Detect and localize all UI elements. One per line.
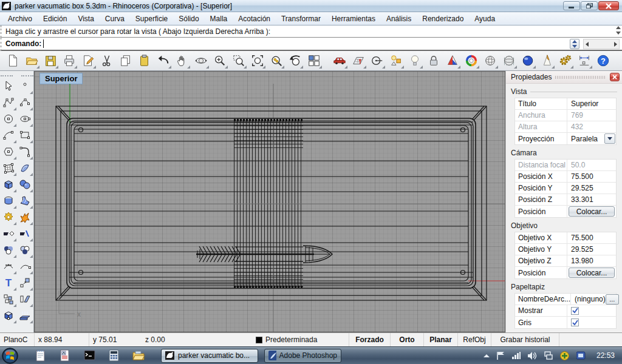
viewport-layout-icon[interactable] — [306, 53, 322, 69]
proyeccion-value[interactable]: Paralela — [567, 135, 604, 143]
surface-icon[interactable] — [16, 160, 33, 176]
ghosted-display-icon[interactable] — [501, 53, 517, 69]
boolean-difference-icon[interactable] — [16, 241, 33, 258]
viewport-superior[interactable]: Superior — [34, 71, 505, 332]
undo-view-icon[interactable] — [287, 53, 303, 69]
drag-handle[interactable] — [555, 76, 606, 79]
menu-herramientas[interactable]: Herramientas — [326, 13, 381, 24]
light-icon[interactable] — [407, 53, 423, 69]
zoom-extents-icon[interactable] — [250, 53, 265, 69]
panel-header[interactable]: Propiedades — [506, 71, 622, 84]
render-icon[interactable] — [445, 53, 460, 69]
calculator-icon[interactable] — [109, 349, 119, 362]
browse-file-button[interactable]: ... — [606, 294, 619, 305]
colocar-objetivo-button[interactable]: Colocar... — [569, 268, 615, 278]
color-wheel-icon[interactable] — [463, 53, 479, 69]
task-photoshop[interactable]: Adobe Photoshop — [264, 349, 341, 363]
titulo-value[interactable]: Superior — [567, 99, 616, 108]
task-rhino[interactable]: parker vacumatic bo... — [161, 349, 258, 363]
scroll-right-icon[interactable] — [614, 42, 617, 47]
car-icon[interactable] — [332, 53, 347, 69]
polygon-icon[interactable] — [0, 143, 16, 160]
sweep-icon[interactable] — [16, 192, 33, 209]
boolean-union-icon[interactable] — [0, 241, 16, 258]
wordpad-icon[interactable] — [60, 349, 70, 362]
zoom-icon[interactable] — [212, 53, 228, 69]
explode-icon[interactable] — [16, 209, 33, 225]
zoom-window-icon[interactable] — [231, 53, 247, 69]
copy-icon[interactable] — [118, 53, 134, 69]
adjust-curve-icon[interactable] — [0, 258, 16, 274]
folder-icon[interactable] — [132, 350, 145, 361]
extrude-icon[interactable] — [16, 307, 33, 323]
undo-icon[interactable] — [156, 53, 171, 69]
cone-icon[interactable] — [539, 53, 555, 69]
network-icon[interactable] — [544, 351, 553, 360]
spinner-up-icon[interactable] — [572, 40, 577, 43]
help-icon[interactable]: ? — [595, 53, 611, 69]
command-history[interactable]: Haga clic y arrastre el cursor para rota… — [0, 25, 622, 38]
posicion-x-value[interactable]: 75.500 — [567, 172, 616, 181]
menu-acotacion[interactable]: Acotación — [233, 13, 276, 24]
command-spinner[interactable] — [570, 39, 579, 49]
colocar-camara-button[interactable]: Colocar... — [569, 206, 615, 217]
toggle-forzado[interactable]: Forzado — [349, 333, 391, 346]
command-input[interactable]: Comando: — [0, 38, 622, 51]
toggle-grabar-historial[interactable]: Grabar historial — [491, 333, 559, 346]
posicion-z-value[interactable]: 33.301 — [567, 195, 616, 204]
taskbar-clock[interactable]: 22:53 — [596, 351, 615, 360]
history-scrollbar[interactable] — [616, 26, 621, 35]
minimize-button[interactable] — [563, 1, 580, 10]
pan-icon[interactable] — [174, 53, 190, 69]
save-icon[interactable] — [43, 53, 58, 69]
ellipse-icon[interactable] — [16, 110, 33, 127]
network-signal-icon[interactable] — [512, 352, 521, 359]
menu-transformar[interactable]: Transformar — [276, 13, 326, 24]
menu-ayuda[interactable]: Ayuda — [469, 13, 501, 24]
menu-malla[interactable]: Malla — [205, 13, 233, 24]
join-icon[interactable] — [0, 209, 16, 225]
scroll-left-icon[interactable] — [586, 42, 589, 47]
sphere-icon[interactable] — [16, 176, 33, 192]
collapse-arrow-icon[interactable] — [484, 354, 490, 358]
language-icon[interactable] — [576, 351, 586, 360]
cplane-icon[interactable] — [350, 53, 366, 69]
center-snap-icon[interactable] — [369, 53, 385, 69]
patch-icon[interactable] — [0, 160, 16, 176]
open-file-icon[interactable] — [24, 53, 39, 69]
current-layer[interactable]: Predeterminada — [265, 335, 317, 344]
lock-icon[interactable] — [426, 53, 442, 69]
posicion-y-value[interactable]: 29.525 — [567, 184, 616, 192]
panel-close-icon[interactable] — [610, 73, 620, 81]
volume-icon[interactable] — [528, 352, 537, 360]
polyline-icon[interactable] — [0, 94, 16, 110]
command-hscrollbar[interactable] — [583, 39, 620, 49]
gris-checkbox[interactable] — [571, 318, 579, 326]
layer-color-swatch[interactable] — [256, 337, 262, 343]
osnap-icon[interactable] — [388, 53, 404, 69]
cplane-pane[interactable]: PlanoC — [0, 333, 35, 346]
notepad-icon[interactable] — [35, 349, 46, 362]
loft-icon[interactable] — [0, 192, 16, 209]
spinner-down-icon[interactable] — [572, 45, 577, 48]
fillet-icon[interactable] — [16, 143, 33, 160]
dimension-icon[interactable] — [576, 53, 592, 69]
menu-edicion[interactable]: Edición — [38, 13, 72, 24]
arc-icon[interactable] — [0, 127, 16, 143]
mostrar-checkbox[interactable] — [571, 307, 579, 315]
scale-icon[interactable] — [16, 274, 33, 291]
menu-solido[interactable]: Sólido — [173, 13, 204, 24]
circle-icon[interactable] — [0, 110, 16, 127]
flag-icon[interactable] — [497, 351, 505, 360]
objetivo-x-value[interactable]: 75.500 — [567, 234, 616, 242]
paste-icon[interactable] — [137, 53, 152, 69]
rotate-view-icon[interactable] — [193, 53, 209, 69]
menu-analisis[interactable]: Análisis — [381, 13, 417, 24]
extend-icon[interactable] — [16, 258, 33, 274]
objetivo-z-value[interactable]: 13.980 — [567, 257, 616, 265]
objetivo-y-value[interactable]: 29.525 — [567, 245, 616, 254]
text-icon[interactable]: T — [0, 274, 16, 291]
start-orb-icon[interactable] — [2, 348, 18, 364]
wireframe-display-icon[interactable] — [482, 53, 498, 69]
rectangle-icon[interactable] — [16, 127, 33, 143]
